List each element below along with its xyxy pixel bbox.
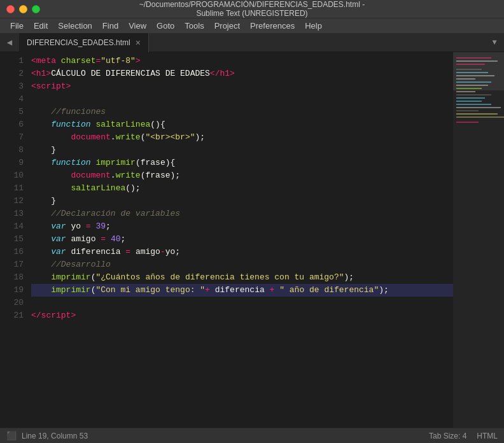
code-line-10: document.write(frase); xyxy=(31,169,453,182)
minimap xyxy=(453,52,504,428)
tab-close-button[interactable]: × xyxy=(136,38,141,48)
code-line-1: <meta charset="utf-8"> xyxy=(31,55,453,67)
code-line-14: var yo = 39; xyxy=(31,220,453,233)
code-line-6: function saltarLinea(){ xyxy=(31,118,453,131)
tab-dropdown-button[interactable]: ▼ xyxy=(485,33,504,52)
tab-size: Tab Size: 4 xyxy=(429,432,466,440)
tab-filename: DIFERENCIAS_EDADES.html xyxy=(27,38,130,47)
status-right: Tab Size: 4 HTML xyxy=(429,432,498,440)
code-line-18: imprimir("¿Cuántos años de diferencia ti… xyxy=(31,271,453,284)
editor: 1 2 3 4 5 6 7 8 9 10 11 12 13 14 15 16 1… xyxy=(0,52,504,428)
menu-find[interactable]: Find xyxy=(97,20,123,32)
menu-selection[interactable]: Selection xyxy=(53,20,97,32)
window-title: ~/Documentos/PROGRAMACIÓN/DIFERENCIAS_ED… xyxy=(126,0,378,18)
terminal-icon: ⬛ xyxy=(6,431,17,440)
code-line-16: var diferencia = amigo-yo; xyxy=(31,246,453,258)
code-line-3: <script> xyxy=(31,80,453,93)
code-line-2: <h1>CÁLCULO DE DIFERENCIAS DE EDADES</h1… xyxy=(31,67,453,80)
menu-file[interactable]: File xyxy=(5,20,29,32)
line-numbers: 1 2 3 4 5 6 7 8 9 10 11 12 13 14 15 16 1… xyxy=(0,52,29,428)
svg-rect-13 xyxy=(456,101,482,102)
code-line-9: function imprimir(frase){ xyxy=(31,157,453,169)
svg-rect-16 xyxy=(456,110,479,111)
minimap-viewport xyxy=(453,52,504,90)
code-line-11: saltarLinea(); xyxy=(31,182,453,195)
tab-prev-button[interactable]: ◀ xyxy=(0,33,19,52)
svg-rect-19 xyxy=(456,122,479,123)
menu-goto[interactable]: Goto xyxy=(151,20,179,32)
menu-project[interactable]: Project xyxy=(209,20,245,32)
status-left: ⬛ Line 19, Column 53 xyxy=(6,431,88,440)
editor-tab[interactable]: DIFERENCIAS_EDADES.html × xyxy=(19,33,149,52)
menu-edit[interactable]: Edit xyxy=(29,20,53,32)
code-line-17: //Desarrollo xyxy=(31,258,453,271)
svg-rect-15 xyxy=(456,107,501,108)
code-area[interactable]: <meta charset="utf-8"> <h1>CÁLCULO DE DI… xyxy=(29,52,453,428)
code-line-8: } xyxy=(31,144,453,157)
code-line-12: } xyxy=(31,195,453,207)
titlebar: ~/Documentos/PROGRAMACIÓN/DIFERENCIAS_ED… xyxy=(0,0,504,18)
code-line-5: //funciones xyxy=(31,106,453,118)
statusbar: ⬛ Line 19, Column 53 Tab Size: 4 HTML xyxy=(0,428,504,443)
menu-view[interactable]: View xyxy=(123,20,151,32)
menu-tools[interactable]: Tools xyxy=(179,20,209,32)
svg-rect-17 xyxy=(456,113,498,115)
svg-rect-18 xyxy=(456,116,504,118)
svg-rect-12 xyxy=(456,97,485,99)
cursor-position: Line 19, Column 53 xyxy=(22,432,88,440)
code-line-13: //Declaración de variables xyxy=(31,207,453,220)
menubar: File Edit Selection Find View Goto Tools… xyxy=(0,18,504,33)
code-line-7: document.write("<br><br>"); xyxy=(31,131,453,144)
svg-rect-14 xyxy=(456,104,491,105)
svg-rect-11 xyxy=(456,94,491,95)
code-line-20 xyxy=(31,297,453,309)
syntax-label: HTML xyxy=(477,432,498,440)
code-line-19: imprimir("Con mi amigo tengo: "+ diferen… xyxy=(31,284,453,297)
svg-rect-10 xyxy=(456,91,475,92)
minimize-button[interactable] xyxy=(19,5,27,13)
code-line-4 xyxy=(31,93,453,106)
maximize-button[interactable] xyxy=(32,5,40,13)
code-line-21: </script> xyxy=(31,309,453,322)
code-line-15: var amigo = 40; xyxy=(31,233,453,246)
menu-preferences[interactable]: Preferences xyxy=(245,20,300,32)
tabbar: ◀ DIFERENCIAS_EDADES.html × ▼ xyxy=(0,33,504,52)
menu-help[interactable]: Help xyxy=(300,20,327,32)
close-button[interactable] xyxy=(6,5,15,13)
traffic-lights xyxy=(6,5,40,13)
